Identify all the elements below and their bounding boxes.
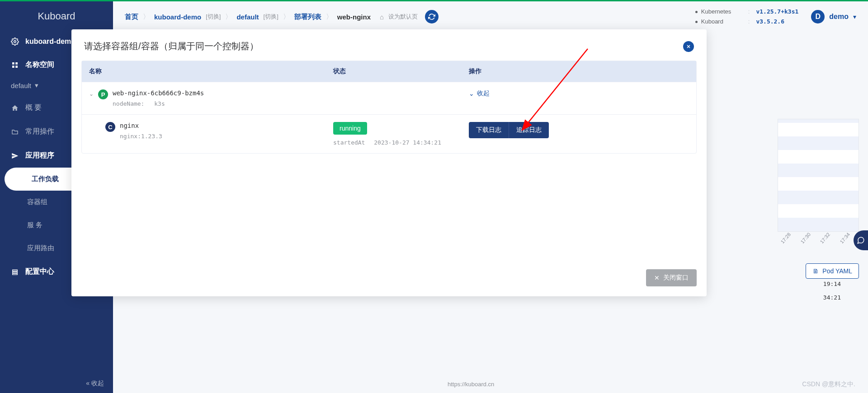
container-table: 名称 状态 操作 ⌄ P web-nginx-6cb666c9-bzm4s no… — [81, 61, 697, 154]
sidebar-cluster-label: kuboard-demo — [25, 37, 75, 46]
container-row: C nginx nginx:1.23.3 running startedAt 2… — [82, 114, 696, 153]
refresh-button[interactable] — [425, 10, 439, 23]
sidebar-item-label: 容器组 — [27, 198, 47, 206]
col-header-ops: 操作 — [462, 61, 696, 82]
container-badge-icon: C — [105, 122, 115, 132]
home-icon: ⌂ — [380, 13, 384, 21]
dialog-title: 请选择容器组/容器（归属于同一个控制器） — [84, 40, 259, 52]
bg-time-1: 19:14 — [823, 281, 841, 287]
svg-point-0 — [14, 41, 16, 43]
container-name: nginx — [120, 122, 162, 129]
user-menu[interactable]: D demo ▾ — [811, 10, 856, 23]
breadcrumb-cluster[interactable]: kuboard-demo — [154, 13, 201, 21]
dot-icon — [695, 21, 698, 23]
svg-rect-2 — [15, 62, 18, 65]
collapse-link[interactable]: ⌄ 收起 — [469, 89, 490, 98]
started-value: 2023-10-27 14:34:21 — [374, 139, 441, 146]
chevron-down-icon: ⌄ — [469, 90, 474, 97]
app-logo[interactable]: Kuboard — [0, 6, 113, 30]
breadcrumb: 首页 〉 kuboard-demo [切换] 〉 default [切换] 〉 … — [125, 10, 439, 23]
container-image: nginx:1.23.3 — [120, 133, 162, 140]
breadcrumb-namespace[interactable]: default — [236, 13, 259, 21]
pod-row: ⌄ P web-nginx-6cb666c9-bzm4s nodeName: k… — [82, 82, 696, 114]
layers-icon — [11, 268, 19, 276]
folder-icon — [11, 128, 19, 136]
k8s-version: v1.25.7+k3s1 — [756, 7, 798, 17]
chart-x-axis: 17:28 17:30 17:32 17:34 17:36 — [778, 232, 859, 241]
k8s-label: Kubernetes — [701, 7, 742, 17]
tail-log-button[interactable]: 追踪日志 — [509, 122, 549, 138]
svg-rect-1 — [12, 62, 14, 65]
svg-rect-4 — [15, 66, 18, 68]
svg-rect-5 — [13, 270, 18, 271]
bg-time-2: 34:21 — [823, 294, 841, 301]
col-header-name: 名称 — [82, 61, 326, 82]
chevron-right-icon: 〉 — [283, 13, 290, 21]
breadcrumb-current: web-nginx — [337, 13, 371, 21]
node-label: nodeName: — [113, 100, 144, 107]
breadcrumb-home[interactable]: 首页 — [125, 13, 138, 21]
sidebar-collapse[interactable]: « 收起 — [86, 379, 104, 388]
file-icon: 🗎 — [812, 267, 819, 275]
download-log-button[interactable]: 下载日志 — [469, 122, 509, 138]
bg-chart-panel: 17:28 17:30 17:32 17:34 17:36 🗎 Pod YAML — [778, 119, 859, 327]
sidebar-item-label: 应用路由 — [27, 244, 54, 253]
user-name: demo — [829, 13, 849, 21]
pod-yaml-label: Pod YAML — [822, 267, 852, 275]
container-selector-dialog: 请选择容器组/容器（归属于同一个控制器） 名称 状态 操作 ⌄ P web-n — [71, 29, 707, 296]
svg-rect-6 — [13, 271, 18, 273]
dot-icon — [695, 11, 698, 13]
svg-rect-7 — [13, 273, 18, 275]
started-label: startedAt — [333, 139, 365, 146]
chevron-right-icon: 〉 — [143, 13, 150, 21]
set-default-link[interactable]: 设为默认页 — [388, 13, 418, 21]
sidebar-item-label: 应用程序 — [25, 151, 54, 160]
home-icon — [11, 104, 19, 112]
switch-cluster[interactable]: [切换] — [206, 13, 221, 21]
gear-icon — [11, 37, 19, 46]
pod-name: web-nginx-6cb666c9-bzm4s — [113, 89, 204, 97]
col-header-status: 状态 — [326, 61, 462, 82]
resource-chart — [778, 119, 859, 232]
pod-yaml-button[interactable]: 🗎 Pod YAML — [806, 263, 859, 279]
sidebar-item-label: 概 要 — [25, 103, 42, 112]
grid-icon — [11, 61, 19, 69]
footer-url: https://kuboard.cn — [448, 381, 494, 388]
chevron-right-icon: 〉 — [326, 13, 333, 21]
version-info: Kubernetes : v1.25.7+k3s1 Kuboard : v3.5… — [695, 7, 799, 27]
close-icon: ✕ — [654, 274, 660, 281]
pod-badge-icon: P — [98, 89, 108, 99]
sidebar-namespace-label: 名称空间 — [25, 60, 54, 70]
chevron-down-icon: ▾ — [853, 13, 856, 20]
sidebar-item-label: 服 务 — [27, 221, 42, 229]
sidebar-item-label: 常用操作 — [25, 127, 54, 136]
svg-rect-3 — [12, 66, 14, 68]
expand-toggle[interactable]: ⌄ — [89, 91, 94, 97]
dialog-close-button[interactable] — [683, 41, 694, 52]
avatar: D — [811, 10, 825, 23]
kb-label: Kuboard — [701, 17, 742, 27]
close-window-button[interactable]: ✕ 关闭窗口 — [646, 269, 697, 286]
send-icon — [11, 152, 19, 160]
breadcrumb-deploylist[interactable]: 部署列表 — [294, 13, 321, 21]
chevron-down-icon: ▾ — [35, 81, 38, 89]
sidebar-item-label: 配置中心 — [25, 267, 54, 276]
watermark: CSDN @意料之中. — [802, 380, 855, 388]
status-badge: running — [333, 122, 367, 135]
node-value: k3s — [154, 100, 165, 107]
chevron-right-icon: 〉 — [225, 13, 232, 21]
kb-version: v3.5.2.6 — [756, 17, 784, 27]
collapse-label: 收起 — [477, 89, 490, 98]
sidebar-item-label: 工作负载 — [32, 175, 59, 183]
close-window-label: 关闭窗口 — [663, 274, 689, 282]
topbar: 首页 〉 kuboard-demo [切换] 〉 default [切换] 〉 … — [113, 1, 868, 32]
namespace-selected: default — [11, 82, 31, 89]
switch-namespace[interactable]: [切换] — [264, 13, 278, 21]
